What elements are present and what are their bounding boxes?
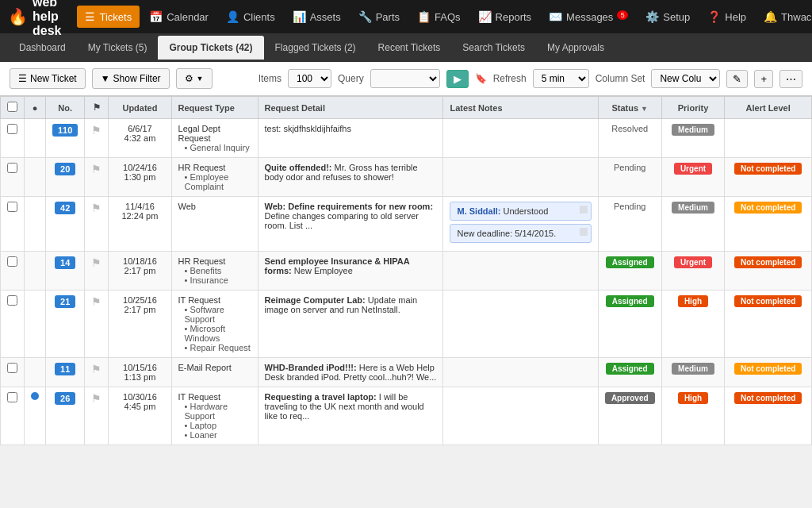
subnav-search-tickets[interactable]: Search Tickets: [451, 36, 536, 60]
nav-item-thwack[interactable]: 🔔 Thwack: [756, 6, 812, 28]
row-number-cell[interactable]: 11: [46, 358, 85, 387]
ticket-number-badge[interactable]: 14: [55, 256, 75, 269]
flag-icon[interactable]: ⚑: [91, 124, 102, 137]
row-checkbox[interactable]: [7, 124, 17, 134]
nav-item-clients[interactable]: 👤 Clients: [218, 6, 283, 28]
row-request-detail-cell[interactable]: Send employee Insurance & HIPAA forms: N…: [258, 252, 443, 291]
row-checkbox[interactable]: [7, 363, 17, 373]
row-request-detail-cell[interactable]: test: skjdfhskldijhfaifhs: [258, 119, 443, 158]
nav-item-tickets[interactable]: ☰ Tickets: [77, 6, 140, 28]
col-header-status[interactable]: Status ▼: [598, 97, 661, 119]
col-header-priority[interactable]: Priority: [661, 97, 725, 119]
row-flag-cell[interactable]: ⚑: [85, 158, 109, 197]
ticket-number-badge[interactable]: 21: [55, 295, 75, 308]
row-number-cell[interactable]: 21: [46, 291, 85, 358]
row-flag-cell[interactable]: ⚑: [85, 358, 109, 387]
row-updated-cell: 10/15/161:13 pm: [109, 358, 171, 387]
col-header-updated[interactable]: Updated: [109, 97, 171, 119]
subnav-recent-tickets[interactable]: Recent Tickets: [367, 36, 452, 60]
row-request-detail-cell[interactable]: WHD-Branded iPod!!!: Here is a Web Help …: [258, 358, 443, 387]
add-column-button[interactable]: +: [754, 70, 773, 88]
nav-label-help: Help: [725, 11, 746, 23]
row-checkbox[interactable]: [7, 202, 17, 212]
gear-settings[interactable]: ⚙ ▼: [176, 68, 213, 89]
flag-icon[interactable]: ⚑: [91, 256, 102, 269]
table-row[interactable]: 11⚑10/15/161:13 pmE-Mail ReportWHD-Brand…: [1, 358, 812, 387]
edit-columns-button[interactable]: ✎: [726, 70, 748, 88]
row-request-detail-cell[interactable]: Reimage Computer Lab: Update main image …: [258, 291, 443, 358]
select-all-checkbox[interactable]: [7, 102, 17, 112]
col-header-number[interactable]: No.: [46, 97, 85, 119]
row-number-cell[interactable]: 42: [46, 197, 85, 252]
nav-item-setup[interactable]: ⚙️ Setup: [638, 6, 698, 28]
new-ticket-button[interactable]: ☰ New Ticket: [10, 68, 86, 89]
row-checkbox[interactable]: [7, 163, 17, 173]
flag-icon[interactable]: ⚑: [91, 295, 102, 308]
flag-icon[interactable]: ⚑: [91, 163, 102, 175]
row-number-cell[interactable]: 26: [46, 387, 85, 445]
row-flag-cell[interactable]: ⚑: [85, 387, 109, 445]
row-checkbox[interactable]: [7, 295, 17, 306]
logo[interactable]: 🔥 web help desk: [8, 0, 61, 38]
col-header-latest-notes[interactable]: Latest Notes: [443, 97, 598, 119]
col-header-flag[interactable]: ⚑: [85, 97, 109, 119]
alert-badge: Not completed: [734, 163, 802, 175]
row-number-cell[interactable]: 20: [46, 158, 85, 197]
query-select[interactable]: [370, 69, 440, 88]
ticket-number-badge[interactable]: 20: [55, 163, 75, 175]
nav-item-parts[interactable]: 🔧 Parts: [350, 6, 408, 28]
column-set-select[interactable]: New Colu: [651, 69, 720, 88]
nav-item-faqs[interactable]: 📋 FAQs: [409, 6, 469, 28]
toolbar: ☰ New Ticket ▼ Show Filter ⚙ ▼ Items 100…: [0, 62, 812, 96]
show-filter-button[interactable]: ▼ Show Filter: [92, 68, 170, 89]
ticket-number-badge[interactable]: 11: [55, 363, 75, 375]
subnav-my-approvals[interactable]: My Approvals: [536, 36, 615, 60]
nav-item-help[interactable]: ❓ Help: [699, 6, 754, 28]
row-flag-cell[interactable]: ⚑: [85, 119, 109, 158]
nav-item-reports[interactable]: 📈 Reports: [470, 6, 540, 28]
subnav-group-tickets[interactable]: Group Tickets (42): [158, 36, 263, 60]
items-per-page-select[interactable]: 100 50 25: [288, 69, 331, 88]
table-row[interactable]: 14⚑10/18/162:17 pmHR RequestBenefitsInsu…: [1, 252, 812, 291]
table-row[interactable]: 26⚑10/30/164:45 pmIT RequestHardware Sup…: [1, 387, 812, 445]
ticket-number-badge[interactable]: 42: [55, 202, 75, 214]
flag-icon[interactable]: ⚑: [91, 202, 102, 214]
nav-item-assets[interactable]: 📊 Assets: [285, 6, 349, 28]
row-request-detail-cell[interactable]: Requesting a travel laptop: I will be tr…: [258, 387, 443, 445]
gear-button[interactable]: ⚙ ▼: [176, 68, 213, 89]
row-checkbox[interactable]: [7, 392, 17, 402]
col-header-request-type[interactable]: Request Type: [171, 97, 258, 119]
row-flag-cell[interactable]: ⚑: [85, 252, 109, 291]
table-row[interactable]: 110⚑6/6/174:32 amLegal Dept RequestGener…: [1, 119, 812, 158]
row-number-cell[interactable]: 110: [46, 119, 85, 158]
row-request-detail-cell[interactable]: Web: Define requirements for new room: D…: [258, 197, 443, 252]
table-row[interactable]: 42⚑11/4/1612:24 pmWebWeb: Define require…: [1, 197, 812, 252]
nav-item-calendar[interactable]: 📅 Calendar: [141, 6, 216, 28]
refresh-select[interactable]: 5 min 10 min Never: [533, 69, 589, 88]
table-row[interactable]: 21⚑10/25/162:17 pmIT RequestSoftware Sup…: [1, 291, 812, 358]
row-priority-cell: High: [661, 387, 725, 445]
subnav-dashboard[interactable]: Dashboard: [8, 36, 77, 60]
col-header-alert-level[interactable]: Alert Level: [725, 97, 812, 119]
row-flag-cell[interactable]: ⚑: [85, 197, 109, 252]
flag-icon[interactable]: ⚑: [91, 363, 102, 375]
more-options-button[interactable]: ⋯: [779, 70, 802, 88]
col-header-checkbox[interactable]: [1, 97, 25, 119]
ticket-number-badge[interactable]: 110: [52, 124, 78, 137]
request-detail-body: New Employee: [294, 266, 353, 275]
nav-item-messages[interactable]: ✉️ Messages 5: [541, 6, 636, 28]
row-number-cell[interactable]: 14: [46, 252, 85, 291]
subnav-flagged-tickets[interactable]: Flagged Tickets (2): [264, 36, 367, 60]
logo-text: web help desk: [33, 0, 61, 38]
flag-icon[interactable]: ⚑: [91, 392, 102, 405]
table-row[interactable]: 20⚑10/24/161:30 pmHR RequestEmployee Com…: [1, 158, 812, 197]
row-request-detail-cell[interactable]: Quite offended!: Mr. Gross has terrible …: [258, 158, 443, 197]
row-alert-level-cell: Not completed: [725, 387, 812, 445]
ticket-number-badge[interactable]: 26: [55, 392, 75, 405]
row-flag-cell[interactable]: ⚑: [85, 291, 109, 358]
row-checkbox[interactable]: [7, 256, 17, 267]
note-text: New deadline: 5/14/2015.: [457, 229, 556, 238]
col-header-request-detail[interactable]: Request Detail: [258, 97, 443, 119]
subnav-my-tickets[interactable]: My Tickets (5): [77, 36, 159, 60]
run-query-button[interactable]: ▶: [446, 70, 469, 88]
